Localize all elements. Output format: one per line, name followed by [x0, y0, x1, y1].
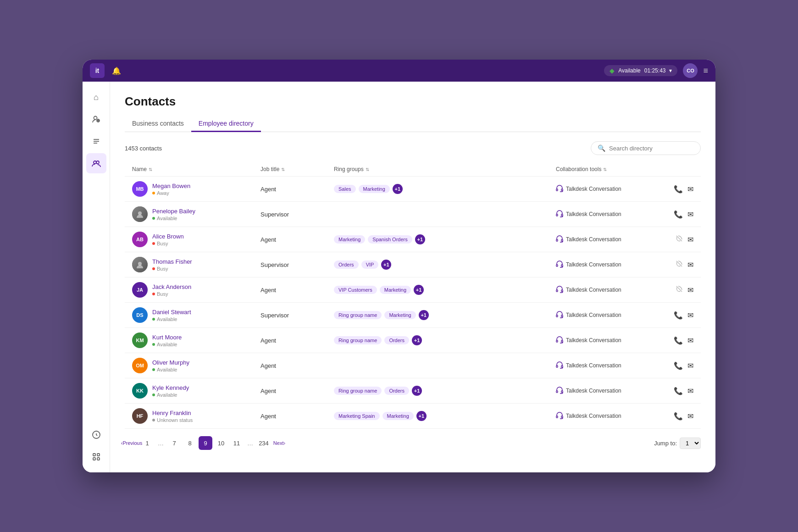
phone-icon[interactable]: 📞 [674, 361, 683, 370]
page-8[interactable]: 8 [183, 436, 197, 450]
phone-icon[interactable]: 📞 [674, 387, 683, 395]
jump-select[interactable]: 1 [680, 438, 701, 449]
contact-name[interactable]: Alice Brown [152, 233, 184, 240]
app-logo[interactable]: it [90, 63, 105, 78]
svg-rect-24 [556, 315, 558, 317]
sidebar-item-bottom[interactable] [86, 425, 106, 445]
avatar: KK [132, 383, 148, 399]
page-10[interactable]: 10 [214, 436, 228, 450]
contact-name[interactable]: Henry Franklin [152, 410, 193, 416]
ring-group-tag: Marketing [384, 311, 416, 319]
table-row: Thomas Fisher Busy Supervisor OrdersVIP+… [125, 252, 701, 277]
action-icons: 📞 ✉ [657, 361, 693, 370]
avatar: OM [132, 358, 148, 373]
table-row: AB Alice Brown Busy Agent MarketingSpani… [125, 227, 701, 252]
contact-name[interactable]: Thomas Fisher [152, 258, 192, 265]
notification-bell[interactable]: 🔔 [110, 64, 123, 77]
page-234[interactable]: 234 [257, 436, 271, 450]
col-header-rings[interactable]: Ring groups ⇅ [334, 166, 556, 172]
action-icons: 📞 ✉ [657, 412, 693, 421]
headset-icon [556, 387, 563, 395]
svg-rect-11 [97, 458, 100, 460]
ring-group-extra: +1 [416, 411, 427, 421]
phone-icon[interactable]: 📞 [674, 210, 683, 219]
contact-name[interactable]: Kurt Moore [152, 334, 182, 341]
job-title: Agent [260, 362, 334, 369]
page-11[interactable]: 11 [230, 436, 244, 450]
phone-icon [676, 260, 683, 269]
svg-rect-15 [556, 214, 558, 216]
sidebar-item-contacts[interactable] [86, 109, 106, 129]
avatar: HF [132, 408, 148, 424]
prev-button[interactable]: ‹ Previous [125, 436, 139, 450]
job-title: Agent [260, 388, 334, 394]
collab-label: Talkdesk Conversation [566, 362, 621, 369]
contact-name[interactable]: Megan Bowen [152, 183, 190, 189]
sidebar-item-home[interactable]: ⌂ [86, 87, 106, 107]
action-icons: ✉ [657, 260, 693, 269]
sidebar-item-grid[interactable] [86, 447, 106, 467]
email-icon[interactable]: ✉ [687, 260, 693, 269]
headset-icon [556, 361, 563, 370]
contact-cell: DS Daniel Stewart Available [132, 307, 260, 323]
table-row: KK Kyle Kennedy Available Agent Ring gro… [125, 378, 701, 404]
ring-group-tag: Ring group name [334, 387, 382, 395]
contact-name[interactable]: Jack Anderson [152, 283, 191, 290]
page-9[interactable]: 9 [199, 436, 212, 450]
email-icon[interactable]: ✉ [687, 185, 693, 194]
svg-rect-9 [97, 454, 100, 456]
email-icon[interactable]: ✉ [687, 336, 693, 345]
job-title: Agent [260, 287, 334, 294]
ring-group-tag: Ring group name [334, 311, 382, 319]
phone-icon[interactable]: 📞 [674, 336, 683, 345]
email-icon[interactable]: ✉ [687, 361, 693, 370]
tab-employee-directory[interactable]: Employee directory [191, 116, 261, 132]
phone-icon[interactable]: 📞 [674, 412, 683, 421]
phone-icon[interactable]: 📞 [674, 311, 683, 320]
content-area: Contacts Business contacts Employee dire… [110, 82, 715, 472]
phone-icon[interactable]: 📞 [674, 185, 683, 194]
sort-icon-rings: ⇅ [366, 167, 369, 172]
collab-label: Talkdesk Conversation [566, 186, 621, 192]
email-icon[interactable]: ✉ [687, 286, 693, 294]
table-row: Penelope Bailey Available Supervisor Tal… [125, 202, 701, 227]
sidebar-item-tasks[interactable] [86, 131, 106, 151]
menu-icon[interactable]: ≡ [703, 66, 708, 76]
job-title: Agent [260, 236, 334, 243]
contact-cell: KM Kurt Moore Available [132, 332, 260, 348]
sidebar-item-directory[interactable] [86, 153, 106, 173]
table-row: KM Kurt Moore Available Agent Ring group… [125, 328, 701, 353]
ring-group-tag: Marketing [380, 286, 411, 294]
email-icon[interactable]: ✉ [687, 311, 693, 320]
col-header-collab[interactable]: Collaboration tools ⇅ [556, 166, 657, 172]
status-dropdown-icon: ▾ [669, 67, 672, 74]
collab-label: Talkdesk Conversation [566, 312, 621, 318]
email-icon[interactable]: ✉ [687, 412, 693, 421]
col-header-job[interactable]: Job title ⇅ [260, 166, 334, 172]
ring-group-tag: Marketing [334, 235, 365, 244]
tab-business-contacts[interactable]: Business contacts [125, 116, 191, 132]
status-indicator[interactable]: ◆ Available 01:25:43 ▾ [604, 65, 677, 76]
contact-status: Available [152, 367, 189, 372]
ring-groups: Ring group nameOrders+1 [334, 386, 556, 396]
next-button[interactable]: Next › [272, 436, 286, 450]
email-icon[interactable]: ✉ [687, 210, 693, 219]
page-1[interactable]: 1 [140, 436, 154, 450]
collab-tools: Talkdesk Conversation [556, 336, 657, 345]
contact-status: Away [152, 190, 190, 196]
email-icon[interactable]: ✉ [687, 235, 693, 244]
ring-group-tag: VIP Customers [334, 286, 377, 294]
col-header-name[interactable]: Name ⇅ [132, 166, 260, 172]
page-7[interactable]: 7 [167, 436, 181, 450]
collab-tools: Talkdesk Conversation [556, 235, 657, 244]
contact-name[interactable]: Daniel Stewart [152, 309, 191, 316]
email-icon[interactable]: ✉ [687, 387, 693, 395]
contact-name[interactable]: Kyle Kennedy [152, 384, 189, 391]
collab-tools: Talkdesk Conversation [556, 361, 657, 370]
search-input[interactable] [609, 145, 694, 152]
svg-rect-26 [556, 340, 558, 342]
user-avatar[interactable]: CO [683, 63, 698, 78]
contact-name[interactable]: Penelope Bailey [152, 208, 195, 215]
contact-name[interactable]: Oliver Murphy [152, 359, 189, 366]
table-row: HF Henry Franklin Unknown status Agent M… [125, 404, 701, 429]
